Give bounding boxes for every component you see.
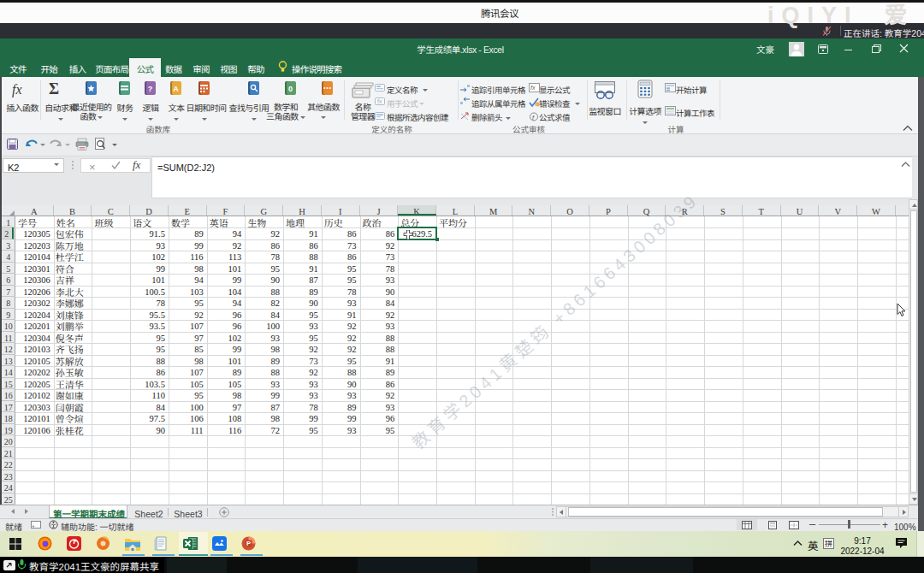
svg-text:fx: fx xyxy=(377,97,382,105)
svg-text:fx: fx xyxy=(530,83,536,92)
svg-text:P: P xyxy=(246,538,251,547)
svg-text:f: f xyxy=(532,112,535,121)
